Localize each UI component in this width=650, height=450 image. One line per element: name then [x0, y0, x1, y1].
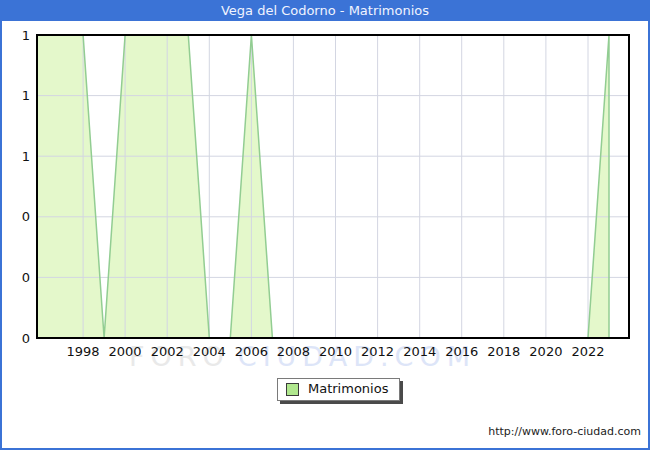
x-tick-label: 2008 — [277, 344, 310, 359]
x-tick-label: 1998 — [67, 344, 100, 359]
legend-label: Matrimonios — [308, 382, 388, 396]
y-tick-label: 0 — [22, 331, 30, 346]
footer-url[interactable]: http://www.foro-ciudad.com — [488, 425, 641, 438]
x-tick-label: 2020 — [529, 344, 562, 359]
y-tick-label: 0 — [22, 270, 30, 285]
y-tick-label: 1 — [22, 149, 30, 164]
page-title: Vega del Codorno - Matrimonios — [221, 0, 429, 21]
legend: Matrimonios — [277, 378, 400, 401]
x-tick-label: 2012 — [361, 344, 394, 359]
area-fill-matrimonios — [37, 35, 609, 338]
y-tick-label: 1 — [22, 88, 30, 103]
x-tick-label: 2006 — [235, 344, 268, 359]
chart-window: Vega del Codorno - Matrimonios FOROCIUDA… — [0, 0, 650, 450]
x-tick-label: 2010 — [319, 344, 352, 359]
x-tick-label: 2022 — [571, 344, 604, 359]
x-tick-label: 2002 — [151, 344, 184, 359]
y-tick-label: 1 — [22, 28, 30, 43]
x-tick-label: 2016 — [445, 344, 478, 359]
title-bar: Vega del Codorno - Matrimonios — [0, 0, 650, 21]
x-tick-label: 2014 — [403, 344, 436, 359]
y-tick-label: 0 — [22, 209, 30, 224]
legend-swatch-matrimonios — [286, 383, 299, 396]
x-tick-label: 2004 — [193, 344, 226, 359]
x-tick-label: 2000 — [109, 344, 142, 359]
x-tick-label: 2018 — [487, 344, 520, 359]
